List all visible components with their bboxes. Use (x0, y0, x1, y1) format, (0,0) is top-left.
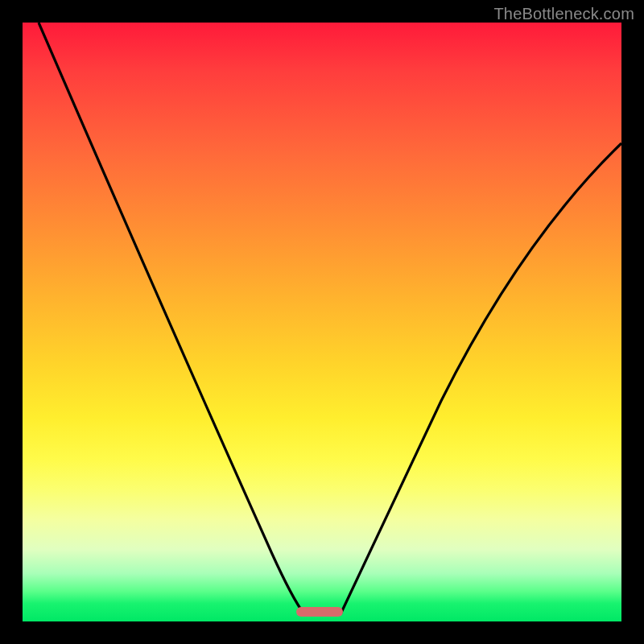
plot-area (23, 23, 621, 621)
left-curve (39, 23, 304, 614)
chart-frame: TheBottleneck.com (0, 0, 644, 644)
curve-layer (23, 23, 621, 621)
watermark-text: TheBottleneck.com (493, 5, 634, 23)
optimal-marker (296, 607, 343, 617)
right-curve (341, 143, 621, 614)
